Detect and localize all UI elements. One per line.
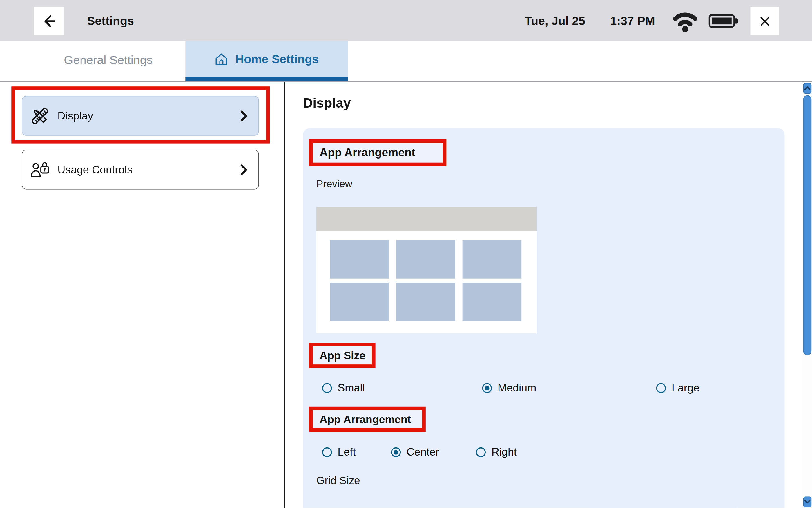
back-button[interactable] [34,7,65,35]
tab-home-label: Home Settings [236,52,319,66]
status-date: Tue, Jul 25 [525,0,585,41]
radio-label[interactable]: Center [407,446,439,458]
preview-header-bar [316,207,537,231]
radio-app-size-large[interactable]: Large [656,382,699,393]
radio-circle[interactable] [322,447,332,457]
status-time: 1:37 PM [610,0,655,41]
preview-app-tile [463,283,522,321]
radio-circle-selected[interactable] [482,383,492,393]
vertical-scrollbar[interactable] [802,82,812,508]
radio-label[interactable]: Small [338,382,365,394]
radio-circle[interactable] [322,383,332,393]
user-lock-icon [30,160,50,179]
battery-icon [709,13,739,29]
chevron-up-icon [804,86,811,91]
grid-size-label: Grid Size [316,474,360,487]
app-arrangement-title: App Arrangement [313,146,416,160]
chevron-right-icon [239,163,249,176]
active-tab-underline [185,77,348,81]
app-arrangement-label: App Arrangement [313,413,411,425]
close-icon [757,13,773,29]
tab-home-settings[interactable]: Home Settings [185,41,348,77]
top-bar: Settings Tue, Jul 25 1:37 PM [0,0,812,41]
radio-label[interactable]: Left [338,446,356,458]
close-button[interactable] [750,7,779,35]
tab-bar: General Settings Home Settings [0,41,812,82]
app-size-label: App Size [313,349,366,362]
sidebar-item-usage-controls[interactable]: Usage Controls [22,150,259,189]
preview-app-tile [396,240,455,279]
radio-circle[interactable] [656,383,666,393]
sidebar-divider [284,82,285,508]
preview-app-tile [396,283,455,321]
scrollbar-thumb[interactable] [803,95,811,355]
annotation-box-app-arrangement: App Arrangement [309,407,426,432]
home-screen-preview [316,207,537,333]
radio-app-size-small[interactable]: Small [322,382,365,393]
preview-app-tile [463,240,522,279]
scroll-up-button[interactable] [803,83,811,94]
preview-label: Preview [316,178,352,190]
annotation-box-app-arrangement-title: App Arrangement [309,139,446,166]
scroll-down-button[interactable] [803,496,811,507]
radio-circle-selected[interactable] [391,447,401,457]
wifi-icon [672,10,698,33]
preview-app-tile [330,283,389,321]
radio-app-size-medium[interactable]: Medium [482,382,536,393]
radio-circle[interactable] [476,447,486,457]
annotation-box-app-size: App Size [309,343,376,368]
annotation-box-display [11,86,270,143]
radio-label[interactable]: Medium [498,382,536,394]
radio-arrangement-right[interactable]: Right [476,446,517,458]
preview-app-tile [330,240,389,279]
display-settings-panel: App Arrangement Preview App Size Small M… [303,128,785,508]
chevron-down-icon [804,499,811,504]
arrow-left-icon [40,12,58,30]
radio-label[interactable]: Large [672,382,699,394]
radio-label[interactable]: Right [492,446,517,458]
sidebar-item-label: Usage Controls [57,163,132,176]
home-icon [215,52,228,66]
settings-screen: Settings Tue, Jul 25 1:37 PM [0,0,812,508]
radio-arrangement-left[interactable]: Left [322,446,356,458]
section-heading-display: Display [303,95,351,111]
tab-general-settings[interactable]: General Settings [41,41,175,78]
radio-arrangement-center[interactable]: Center [391,446,439,458]
page-title: Settings [87,0,134,41]
